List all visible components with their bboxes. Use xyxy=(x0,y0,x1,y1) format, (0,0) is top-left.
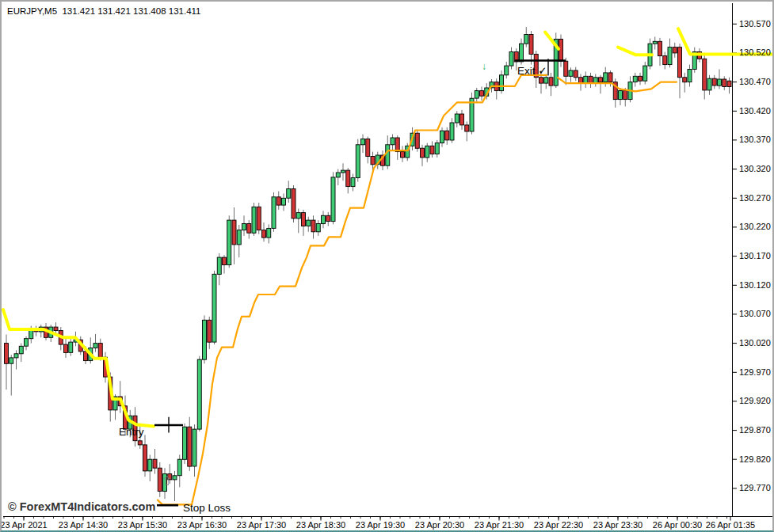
price-tick-label: 130.120 xyxy=(739,280,771,290)
price-tick-label: 130.270 xyxy=(739,193,771,203)
price-tick-label: 129.870 xyxy=(739,425,771,435)
symbol-timeframe-label: EURJPY,M5 xyxy=(7,6,57,16)
price-tick-label: 129.820 xyxy=(739,454,771,464)
time-tick-label: 26 Apr 00:30 xyxy=(653,520,702,530)
time-tick-label: 23 Apr 16:30 xyxy=(177,520,227,530)
time-tick-label: 23 Apr 14:30 xyxy=(59,520,108,530)
price-tick-label: 130.170 xyxy=(739,251,771,260)
price-tick-label: 130.070 xyxy=(739,309,771,318)
exit-label[interactable]: Exit ✓ xyxy=(517,64,547,77)
price-tick-label: 130.220 xyxy=(739,222,771,231)
price-tick-label: 130.420 xyxy=(739,106,771,116)
time-tick-label: 23 Apr 22:30 xyxy=(534,520,583,530)
time-tick-label: 23 Apr 15:30 xyxy=(118,520,167,530)
watermark-credit: © ForexMT4Indicators.com xyxy=(8,500,155,513)
time-tick-label: 23 Apr 21:30 xyxy=(475,520,524,530)
time-tick-label: 23 Apr 17:30 xyxy=(237,520,286,530)
price-tick-label: 130.320 xyxy=(739,164,771,173)
price-tick-label: 130.020 xyxy=(739,338,771,348)
exit-signal-down-arrow[interactable]: ↓ xyxy=(482,62,486,71)
chart-ohlc-title: EURJPY,M5 131.421 131.421 131.408 131.41… xyxy=(7,6,200,16)
price-tick-label: 130.370 xyxy=(739,135,771,144)
price-tick-label: 129.770 xyxy=(739,483,771,492)
price-tick-label: 130.470 xyxy=(739,77,771,86)
price-tick-label: 130.570 xyxy=(739,19,771,28)
time-tick-label: 23 Apr 19:30 xyxy=(356,520,405,530)
time-tick-label: 23 Apr 2021 xyxy=(0,520,47,530)
price-tick-label: 129.920 xyxy=(739,396,771,405)
price-tick-label: 130.520 xyxy=(739,48,771,57)
mt4-chart-window: EURJPY,M5 131.421 131.421 131.408 131.41… xyxy=(0,0,774,532)
entry-label[interactable]: Entry xyxy=(119,426,144,438)
time-tick-label: 23 Apr 20:30 xyxy=(415,520,464,530)
chart-canvas[interactable] xyxy=(2,2,774,532)
time-tick-label: 23 Apr 18:30 xyxy=(296,520,345,530)
ohlc-values: 131.421 131.421 131.408 131.411 xyxy=(62,6,200,16)
price-tick-label: 129.970 xyxy=(739,367,771,377)
time-tick-label: 23 Apr 23:30 xyxy=(593,520,642,530)
time-tick-label: 26 Apr 01:35 xyxy=(706,520,755,530)
buy-signal-up-arrow[interactable]: ⇧ xyxy=(162,475,172,488)
stop-loss-label[interactable]: Stop Loss xyxy=(183,502,231,514)
